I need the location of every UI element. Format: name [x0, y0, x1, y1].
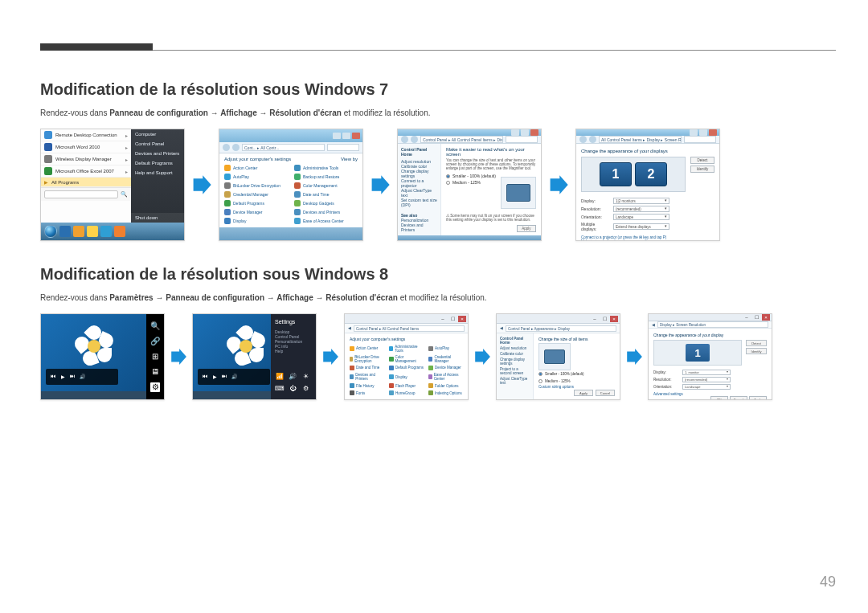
maximize-icon[interactable]: [342, 133, 350, 139]
identify-button[interactable]: Identify: [746, 348, 767, 354]
shutdown-button[interactable]: Shut down: [131, 213, 184, 223]
size-option-medium[interactable]: Medium - 125%: [446, 180, 501, 185]
sidebar-link[interactable]: Change display settings: [401, 169, 437, 178]
cp-item[interactable]: File History: [350, 383, 384, 389]
charm-icon[interactable]: ⚙: [150, 382, 160, 392]
cp-item[interactable]: Ease of Access Center: [294, 217, 358, 224]
cp-item[interactable]: Action Center: [350, 344, 384, 353]
nav-back-icon[interactable]: [223, 144, 230, 151]
cp-item[interactable]: Credential Manager: [428, 354, 463, 363]
maximize-icon[interactable]: [521, 129, 529, 136]
close-icon[interactable]: [530, 129, 538, 136]
multi-dropdown[interactable]: Extend these displays: [613, 223, 669, 230]
charm-icon[interactable]: 🖥: [150, 367, 160, 377]
cancel-button[interactable]: Cancel: [596, 390, 615, 396]
display-dropdown[interactable]: 1. monitor: [682, 370, 731, 375]
search-box[interactable]: [506, 136, 538, 143]
sidebar-link[interactable]: Adjust resolution: [500, 346, 530, 350]
close-icon[interactable]: [709, 129, 717, 136]
sidebar-link[interactable]: Project to a second screen: [500, 367, 530, 375]
apply-button[interactable]: Apply: [517, 225, 536, 232]
size-option-smaller[interactable]: Smaller - 100% (default): [538, 372, 615, 376]
cp-item[interactable]: BitLocker Drive Encryption: [224, 182, 288, 190]
start-right-item[interactable]: Default Programs: [131, 158, 184, 168]
identify-button[interactable]: Identify: [690, 166, 714, 173]
nav-back-icon[interactable]: ◀: [652, 323, 655, 327]
cp-item[interactable]: Credential Manager: [224, 191, 288, 198]
monitor-1-icon[interactable]: 1: [686, 344, 710, 362]
search-box[interactable]: [327, 144, 359, 151]
nav-back-icon[interactable]: [401, 136, 408, 143]
cp-item[interactable]: Display: [224, 217, 288, 224]
sidebar-link[interactable]: Connect to a projector: [401, 178, 437, 188]
start-menu-item[interactable]: Wireless Display Manager▸: [41, 153, 131, 166]
apply-button[interactable]: Apply: [749, 396, 767, 400]
cp-item[interactable]: Device Manager: [224, 208, 288, 215]
cp-item[interactable]: HomeGroup: [389, 390, 424, 396]
nav-fwd-icon[interactable]: [411, 136, 418, 143]
sidebar-link[interactable]: Devices and Printers: [401, 223, 437, 232]
close-icon[interactable]: ×: [458, 316, 466, 322]
player-button-icon[interactable]: ▶: [211, 374, 218, 380]
cp-item[interactable]: Default Programs: [224, 199, 288, 206]
resolution-dropdown[interactable]: (recommended): [682, 377, 731, 382]
cp-item[interactable]: Indexing Options: [428, 390, 463, 396]
start-right-item[interactable]: Devices and Printers: [131, 149, 184, 158]
cp-item[interactable]: Backup and Restore: [294, 174, 358, 181]
player-button-icon[interactable]: ⏭: [69, 374, 76, 380]
cp-item[interactable]: Display: [389, 372, 424, 381]
sidebar-link[interactable]: Set custom text size (DPI): [401, 198, 437, 207]
nav-back-icon[interactable]: [579, 136, 587, 143]
start-menu-item[interactable]: Microsoft Word 2010▸: [41, 141, 131, 153]
settings-tile-icon[interactable]: ⌨: [275, 385, 285, 394]
cp-item[interactable]: Color Management: [294, 182, 358, 190]
cp-item[interactable]: BitLocker Drive Encryption: [350, 354, 384, 363]
player-button-icon[interactable]: ⏭: [221, 374, 227, 380]
cp-item[interactable]: Administrative Tools: [294, 165, 358, 172]
cp-item[interactable]: AutoPlay: [224, 174, 288, 181]
charm-icon[interactable]: 🔍: [150, 321, 160, 331]
start-orb-icon[interactable]: [44, 225, 57, 238]
minimize-icon[interactable]: [511, 129, 519, 136]
settings-tile-icon[interactable]: 🔊: [288, 373, 297, 382]
start-right-item[interactable]: Computer: [131, 129, 184, 139]
charm-icon[interactable]: 🔗: [150, 337, 160, 346]
close-icon[interactable]: ×: [610, 316, 618, 322]
player-button-icon[interactable]: ▶: [59, 374, 66, 380]
settings-tile-icon[interactable]: 📶: [275, 373, 285, 382]
link[interactable]: Make text and other items larger or smal…: [581, 239, 714, 241]
settings-tile-icon[interactable]: ⚙: [301, 385, 311, 394]
cancel-button[interactable]: Cancel: [730, 396, 747, 400]
sidebar-link[interactable]: Adjust ClearType text: [401, 188, 437, 198]
close-icon[interactable]: [352, 133, 360, 139]
cp-item[interactable]: Folder Options: [428, 383, 463, 389]
cp-item[interactable]: Action Center: [224, 165, 288, 172]
close-icon[interactable]: ×: [762, 314, 770, 321]
settings-tile-icon[interactable]: ☀: [301, 373, 311, 382]
settings-item[interactable]: Help: [275, 349, 312, 353]
taskbar-app-icon[interactable]: [114, 226, 125, 237]
start-right-item[interactable]: Help and Support: [131, 168, 184, 178]
start-search-input[interactable]: [44, 190, 118, 198]
monitor-1-icon[interactable]: 1: [600, 162, 632, 186]
taskbar-app-icon[interactable]: [73, 226, 84, 237]
maximize-icon[interactable]: ☐: [448, 316, 457, 322]
apply-button[interactable]: Apply: [574, 390, 593, 396]
maximize-icon[interactable]: ☐: [752, 314, 760, 321]
cp-item[interactable]: Desktop Gadgets: [294, 199, 358, 206]
cp-item[interactable]: Date and Time: [350, 365, 384, 370]
display-dropdown[interactable]: 1|2 monitors: [613, 198, 669, 204]
minimize-icon[interactable]: –: [743, 314, 751, 321]
taskbar-app-icon[interactable]: [59, 226, 71, 237]
cp-item[interactable]: AutoPlay: [428, 344, 463, 353]
nav-fwd-icon[interactable]: [589, 136, 596, 143]
start-right-item[interactable]: Control Panel: [131, 139, 184, 149]
minimize-icon[interactable]: –: [439, 316, 447, 322]
orientation-dropdown[interactable]: Landscape: [682, 384, 731, 390]
minimize-icon[interactable]: [690, 129, 698, 136]
player-button-icon[interactable]: ⏮: [202, 374, 208, 380]
cp-item[interactable]: Date and Time: [294, 191, 358, 198]
minimize-icon[interactable]: [333, 133, 341, 139]
nav-back-icon[interactable]: ◀: [500, 326, 503, 330]
nav-fwd-icon[interactable]: [232, 144, 240, 151]
